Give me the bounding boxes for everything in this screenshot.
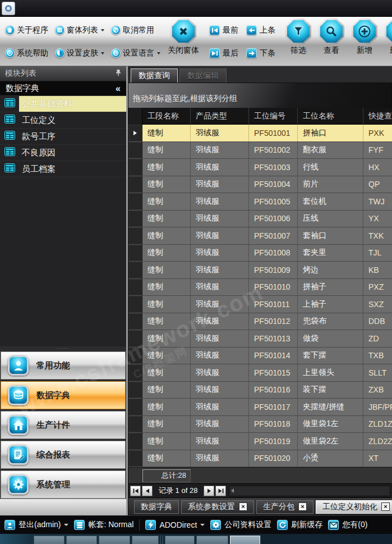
close-form-button[interactable]: 关闭窗体	[168, 19, 199, 65]
taskbar-window-button[interactable]	[132, 536, 159, 544]
row-indicator	[128, 364, 142, 381]
table-row[interactable]: 缝制羽绒服PF501002翻衣服FYF	[128, 142, 392, 159]
last-record-button[interactable]	[215, 486, 226, 496]
app-logo-icon[interactable]	[2, 2, 15, 15]
table-cell: PF501006	[249, 211, 298, 227]
menu-button-取消常用[interactable]: 取消常用	[109, 25, 162, 36]
sidebar-item-工位定义[interactable]: 工位定义	[0, 112, 126, 129]
status-item-登出(admin)[interactable]: 登出(admin)	[4, 520, 68, 530]
status-item-刷新缓存[interactable]: 刷新缓存	[277, 520, 322, 530]
table-cell: 羽绒服	[191, 348, 249, 364]
bottom-tab-生产分包[interactable]: 生产分包×	[256, 500, 313, 514]
taskbar-window-button[interactable]	[196, 536, 228, 544]
nav-button-数据字典[interactable]: 数据字典	[1, 381, 126, 409]
table-cell: 翻衣服	[298, 142, 363, 159]
grid-footer: 总计:28	[128, 467, 392, 483]
bottom-tab-数据字典[interactable]: 数据字典	[134, 500, 179, 514]
group-by-bar[interactable]: 拖动列标题至此,根据该列分组	[128, 83, 392, 108]
total-count-box: 总计:28	[142, 469, 191, 482]
table-cell: PF501012	[249, 313, 298, 330]
action-button-删除[interactable]: 删除	[385, 19, 392, 56]
close-tab-icon[interactable]: ×	[381, 502, 390, 511]
column-header-产品类型[interactable]: 产品类型	[191, 108, 249, 125]
action-button-新增[interactable]: 新增	[352, 19, 377, 56]
status-item-ADODirect[interactable]: ADODirect	[145, 520, 205, 530]
table-cell: 缝制	[142, 245, 191, 262]
nav-button-label: 常用功能	[36, 360, 70, 371]
menu-button-设置语言[interactable]: 设置语言	[109, 48, 162, 59]
table-row[interactable]: 缝制羽绒服PF501003行线HX	[128, 159, 392, 176]
table-row[interactable]: 缝制羽绒服PF501017夹摆缝/拼缝JBF/PF	[128, 399, 392, 416]
table-cell: PF501011	[249, 296, 298, 313]
nav-button-系统管理[interactable]: 系统管理	[1, 470, 126, 499]
action-button-查看[interactable]: 查看	[319, 19, 344, 56]
table-cell: 缝制	[142, 399, 191, 415]
table-row[interactable]: 缝制羽绒服PF501005套位机TWJ	[128, 193, 392, 211]
first-record-button[interactable]	[130, 486, 141, 496]
next-record-button[interactable]	[204, 486, 214, 496]
table-cell: 缝制	[142, 159, 191, 176]
table-row[interactable]: 缝制羽绒服PF501015上里领头SLLT	[128, 364, 392, 382]
sidebar-splitter[interactable]: ····	[0, 346, 126, 351]
record-nav-button-上条[interactable]: 上条	[246, 25, 275, 35]
column-header-工位编号[interactable]: 工位编号	[249, 108, 298, 125]
menu-button-关于程序[interactable]: 关于程序	[3, 25, 50, 36]
close-tab-icon[interactable]: ×	[298, 502, 307, 511]
table-row[interactable]: 缝制羽绒服PF501020小烫XT	[128, 450, 392, 468]
sidebar-item-公共基础资料[interactable]: 公共基础资料	[0, 96, 126, 112]
record-nav-button-最后[interactable]: 最后	[209, 48, 238, 58]
column-header-工位名称[interactable]: 工位名称	[298, 108, 363, 125]
table-row[interactable]: 缝制羽绒服PF501001拼袖口PXK	[128, 125, 392, 142]
prev-record-icon	[246, 25, 257, 35]
sidebar-item-不良原因[interactable]: 不良原因	[0, 145, 126, 161]
table-row[interactable]: 缝制羽绒服PF501010拼袖子PXZ	[128, 279, 392, 296]
bottom-tab-工位定义初始化[interactable]: 工位定义初始化×	[316, 500, 392, 514]
taskbar-window-button[interactable]	[230, 536, 260, 544]
table-row[interactable]: 缝制羽绒服PF501016装下摆ZXB	[128, 382, 392, 399]
taskbar-window-button[interactable]	[165, 536, 195, 544]
taskbar-window-button[interactable]	[34, 536, 64, 544]
taskbar-window-button[interactable]	[99, 536, 130, 544]
collapse-icon[interactable]: «	[116, 84, 121, 94]
menu-button-窗体列表[interactable]: 窗体列表	[53, 25, 106, 36]
scroll-left-icon[interactable]	[231, 488, 234, 493]
table-row[interactable]: 缝制羽绒服PF501007套袖口TXK	[128, 227, 392, 245]
taskbar-window-button[interactable]	[66, 536, 97, 544]
table-row[interactable]: 缝制羽绒服PF501012兜袋布DDB	[128, 313, 392, 331]
table-cell: 夹摆缝/拼缝	[298, 399, 363, 415]
table-row[interactable]: 缝制羽绒服PF501006压线YX	[128, 211, 392, 228]
record-nav-button-最前[interactable]: 最前	[209, 25, 238, 35]
table-row[interactable]: 缝制羽绒服PF501009烤边KB	[128, 262, 392, 279]
close-tab-icon[interactable]: ×	[239, 502, 247, 511]
sidebar-item-list: 公共基础资料工位定义款号工序不良原因员工档案	[0, 96, 126, 177]
group-by-hint: 拖动列标题至此,根据该列分组	[133, 94, 237, 104]
sidebar-group-caption[interactable]: 数据字典 «	[0, 81, 126, 96]
column-header-快捷查[interactable]: 快捷查	[363, 108, 392, 125]
table-row[interactable]: 缝制羽绒服PF501008套夹里TJL	[128, 245, 392, 262]
menu-button-设置皮肤[interactable]: 设置皮肤	[53, 48, 106, 59]
table-row[interactable]: 缝制羽绒服PF501013做袋ZD	[128, 330, 392, 348]
table-row[interactable]: 缝制羽绒服PF501014套下摆TXB	[128, 348, 392, 365]
sidebar-item-款号工序[interactable]: 款号工序	[0, 129, 126, 145]
sidebar-item-员工档案[interactable]: 员工档案	[0, 161, 126, 177]
status-item-公司资料设置[interactable]: 公司资料设置	[210, 520, 271, 530]
menu-button-系统帮助[interactable]: 系统帮助	[3, 48, 50, 59]
action-button-筛选[interactable]: 筛选	[285, 19, 311, 56]
status-item-帐套: Normal[interactable]: 帐套: Normal	[74, 520, 133, 530]
status-item-您有(0)[interactable]: 您有(0)	[328, 520, 367, 530]
column-header-工段名称[interactable]: 工段名称	[142, 108, 191, 125]
nav-button-综合报表[interactable]: 综合报表	[1, 441, 126, 469]
table-row[interactable]: 缝制羽绒服PF501018做里袋1左ZLD1Z	[128, 416, 392, 433]
table-row[interactable]: 缝制羽绒服PF501011上袖子SXZ	[128, 296, 392, 313]
menu-button-label: 设置皮肤	[67, 48, 98, 58]
table-row[interactable]: 缝制羽绒服PF501004前片QP	[128, 176, 392, 194]
prev-record-button[interactable]	[142, 486, 153, 496]
nav-button-生产计件[interactable]: 生产计件	[1, 411, 126, 439]
horizontal-scrollbar[interactable]	[229, 486, 390, 496]
bottom-tab-系统参数设置[interactable]: 系统参数设置×	[181, 500, 254, 514]
record-nav-button-下条[interactable]: 下条	[246, 48, 275, 58]
nav-button-常用功能[interactable]: 常用功能	[1, 351, 126, 380]
tab-data-query[interactable]: 数据查询	[131, 68, 178, 83]
pin-icon[interactable]	[116, 69, 121, 78]
table-row[interactable]: 缝制羽绒服PF501019做里袋2左ZLD2Z	[128, 433, 392, 450]
